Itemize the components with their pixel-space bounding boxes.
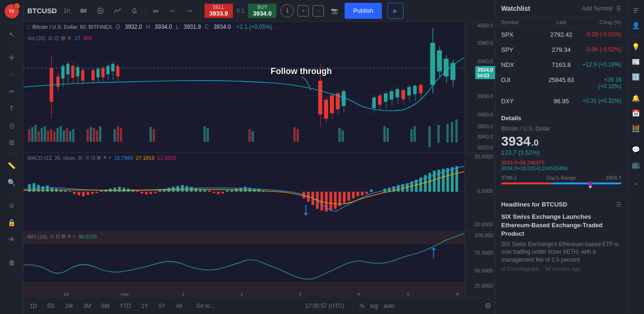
- mfi-chart-svg[interactable]: 28 Mar 1 2 3 4 5 6: [24, 231, 464, 297]
- period-3m[interactable]: 3M: [81, 301, 93, 311]
- undo-icon[interactable]: ↩: [166, 4, 179, 17]
- period-1d[interactable]: 1D: [27, 301, 39, 311]
- pencil-icon[interactable]: ✏: [4, 84, 19, 99]
- far-right-toolbar: 👤 💡 📰 🔢 🔔 📅 🧮 💬 📺 ⌃: [627, 0, 644, 314]
- crosshair-icon[interactable]: ✛: [4, 50, 19, 65]
- ideas-icon[interactable]: 💡: [629, 40, 643, 53]
- wl-change-dxy: +0.31 (+0.32%): [581, 98, 621, 105]
- svg-rect-32: [90, 127, 92, 142]
- shapes-icon[interactable]: ◎: [4, 118, 19, 133]
- camera-button[interactable]: 📷: [328, 4, 341, 17]
- zoom-icon[interactable]: 🔍: [4, 175, 19, 190]
- svg-rect-133: [73, 192, 76, 194]
- price-panel[interactable]: □ Bitcoin / U.S. Dollar, 60, BITFINEX O3…: [24, 22, 464, 153]
- compare-icon[interactable]: [111, 4, 124, 17]
- calendar-icon[interactable]: 📅: [629, 107, 643, 120]
- watchlist-row-ndx[interactable]: NDX 7163.8 +12.9 (+0.18%): [495, 58, 627, 73]
- logo-icon[interactable]: TV 11: [4, 4, 19, 19]
- buy-button[interactable]: BUY 3934.0: [248, 4, 276, 18]
- add-indicator-icon[interactable]: [94, 4, 107, 17]
- chevron-icon[interactable]: ⌃: [629, 179, 643, 192]
- macd-val2: 27.1819: [136, 155, 155, 161]
- watchlist-row-dji[interactable]: DJI 25845.83 +26.18 (+0.10%): [495, 73, 627, 94]
- wl-symbol-spy: SPY: [501, 46, 541, 53]
- profile-icon[interactable]: 👤: [629, 19, 643, 32]
- pct-toggle[interactable]: %: [360, 303, 365, 309]
- mfi-panel[interactable]: MFI (14) ⊙ ⊡ ⊞ ✕ × 96.5155: [24, 231, 464, 297]
- period-6m[interactable]: 6M: [99, 301, 112, 311]
- magnet-icon[interactable]: ⊝: [4, 198, 19, 213]
- svg-rect-152: [158, 190, 161, 192]
- svg-rect-77: [101, 68, 105, 77]
- info-button[interactable]: ℹ: [281, 4, 294, 17]
- auto-toggle[interactable]: auto: [383, 303, 394, 309]
- headlines-section: Headlines for BTCUSD ☰ SIX Swiss Exchang…: [495, 195, 627, 283]
- plus-button[interactable]: +: [297, 5, 309, 17]
- svg-text:4: 4: [357, 292, 360, 297]
- lock-icon[interactable]: 🔒: [4, 215, 19, 230]
- svg-rect-167: [226, 190, 229, 192]
- spread-value: 0.1: [233, 8, 248, 14]
- alert-bell-icon[interactable]: 🔔: [629, 91, 643, 105]
- svg-rect-79: [107, 66, 110, 74]
- svg-rect-189: [361, 192, 364, 196]
- calculator-icon[interactable]: 🧮: [629, 122, 643, 135]
- patterns-icon[interactable]: ⊞: [4, 135, 19, 150]
- log-toggle[interactable]: log: [370, 303, 378, 309]
- svg-rect-61: [57, 76, 60, 87]
- trash-icon[interactable]: 🗑: [4, 255, 19, 270]
- headline-title-0[interactable]: SIX Swiss Exchange Launches Ethereum-Bas…: [501, 213, 621, 239]
- macd-chart-svg[interactable]: [24, 153, 464, 231]
- watchlist-row-spy[interactable]: SPY 279.34 -0.06 (-0.02%): [495, 42, 627, 58]
- play-button[interactable]: ▶: [388, 3, 404, 19]
- minus-button[interactable]: −: [313, 5, 324, 17]
- draw-line-icon[interactable]: ⟋: [4, 67, 19, 82]
- news-icon[interactable]: 📰: [629, 55, 643, 68]
- period-ytd[interactable]: YTD: [117, 301, 133, 311]
- screener-icon[interactable]: 🔢: [629, 70, 643, 83]
- tv-icon[interactable]: 📺: [629, 158, 643, 171]
- settings-gear-icon[interactable]: ⚙: [485, 301, 491, 310]
- watchlist-title: Watchlist: [501, 5, 582, 12]
- eye-icon[interactable]: 👁: [4, 232, 19, 247]
- y-macd-20: 20.0000: [474, 154, 493, 159]
- watchlist-toggle-icon[interactable]: [629, 4, 643, 17]
- interval-selector[interactable]: 1h: [61, 5, 73, 16]
- sell-button[interactable]: SELL 3933.9: [205, 4, 233, 18]
- svg-rect-162: [204, 190, 206, 192]
- period-1m[interactable]: 1M: [63, 301, 75, 311]
- watchlist-row-dxy[interactable]: DXY 96.95 +0.31 (+0.32%): [495, 94, 627, 109]
- svg-rect-53: [429, 126, 431, 148]
- price-header: □ Bitcoin / U.S. Dollar, 60, BITFINEX O3…: [27, 24, 272, 30]
- period-5d[interactable]: 5D: [45, 301, 57, 311]
- y-macd-neg20: -20.0000: [473, 222, 493, 227]
- symbol-label[interactable]: BTCUSD: [27, 7, 57, 15]
- chart-type-candle-icon[interactable]: [77, 4, 90, 17]
- ask-value: 3934.0×18.02541160583496: [501, 165, 621, 171]
- period-all[interactable]: All: [173, 301, 184, 311]
- left-toolbar: TV 11 ↖ ✛ ⟋ ✏ T ◎ ⊞ 📏 🔍 ⊝ 🔒 👁 🗑: [0, 0, 24, 314]
- add-symbol-button[interactable]: Add Symbol: [582, 5, 612, 12]
- watchlist-menu-icon[interactable]: ☰: [616, 5, 621, 12]
- headlines-menu-icon[interactable]: ☰: [616, 201, 621, 208]
- headline-body-0: SIX Swiss Exchange's Ethereum-based ETP …: [501, 240, 621, 264]
- ruler-icon[interactable]: 📏: [4, 158, 19, 173]
- goto-input[interactable]: Go to...: [196, 303, 215, 309]
- svg-rect-73: [91, 70, 95, 80]
- publish-button[interactable]: Publish: [345, 3, 382, 19]
- period-1y[interactable]: 1Y: [139, 301, 151, 311]
- svg-rect-185: [343, 192, 346, 203]
- period-5y[interactable]: 5Y: [156, 301, 168, 311]
- svg-rect-25: [57, 128, 59, 142]
- redo-icon[interactable]: ↪: [183, 4, 196, 17]
- watchlist-row-spx[interactable]: SPX 2792.42 -0.39 (-0.01%): [495, 27, 627, 42]
- alerts-icon[interactable]: [128, 4, 141, 17]
- svg-rect-42: [206, 128, 209, 142]
- wl-change-spx: -0.39 (-0.01%): [581, 31, 621, 38]
- svg-rect-17: [31, 127, 33, 142]
- chat-icon[interactable]: 💬: [629, 143, 643, 156]
- text-icon[interactable]: T: [4, 101, 19, 116]
- rewind-icon[interactable]: ⏮: [149, 4, 162, 17]
- macd-panel[interactable]: MACD (12, 26, close, 9) ⊙ ⊡ ⊞ ✕ × 15.799…: [24, 153, 464, 231]
- cursor-icon[interactable]: ↖: [4, 27, 19, 42]
